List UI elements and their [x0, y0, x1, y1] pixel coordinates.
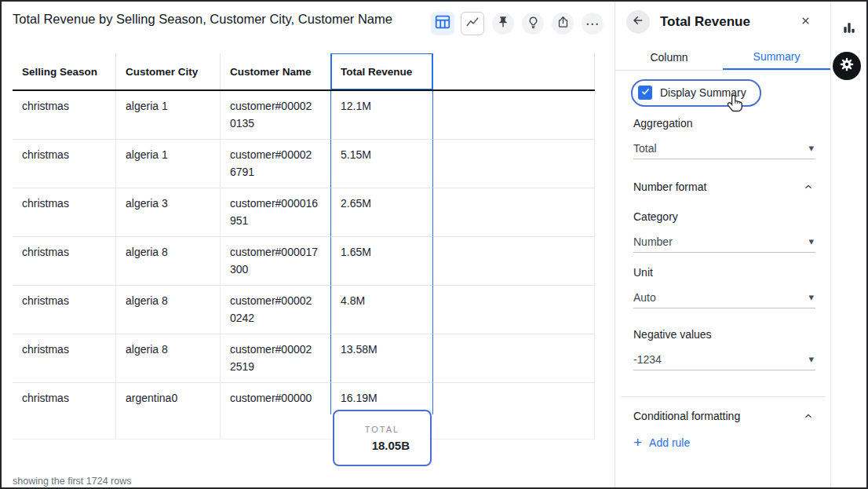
column-header-customer-city[interactable]: Customer City: [116, 53, 221, 89]
share-icon: [556, 16, 570, 32]
table-cell-empty: [433, 383, 595, 414]
panel-tabs: Column Summary: [615, 44, 830, 71]
number-format-section[interactable]: Number format: [633, 180, 815, 194]
table-cell[interactable]: customer#00002 0242: [221, 286, 331, 334]
caret-down-icon: ▾: [808, 142, 814, 154]
more-options-button[interactable]: ⋯: [582, 13, 604, 35]
summary-total-box: TOTAL 18.05B: [333, 410, 432, 466]
back-button[interactable]: [626, 10, 650, 34]
table-cell[interactable]: christmas: [13, 140, 116, 188]
aggregation-value: Total: [633, 142, 657, 155]
column-header-empty: [433, 53, 595, 89]
table-cell[interactable]: algeria 8: [116, 286, 221, 334]
table-cell[interactable]: customer#000017 300: [221, 237, 331, 286]
add-rule-button[interactable]: + Add rule: [633, 435, 690, 450]
category-dropdown[interactable]: Number ▾: [633, 231, 815, 253]
table-cell-empty: [433, 188, 595, 237]
negative-values-value: -1234: [633, 353, 662, 366]
chevron-up-icon[interactable]: [801, 409, 815, 423]
summary-total-value: 18.05B: [372, 439, 410, 452]
column-header-total-revenue[interactable]: Total Revenue: [331, 53, 433, 89]
table-cell-empty: [433, 237, 595, 286]
table-view-icon: [434, 13, 451, 34]
settings-gear-button[interactable]: [833, 52, 861, 80]
table-row: christmas argentina0 customer#00000 16.1…: [13, 383, 595, 414]
plus-icon: +: [633, 435, 642, 450]
table-cell[interactable]: 1.65M: [331, 237, 433, 286]
table-cell[interactable]: algeria 8: [116, 334, 221, 383]
column-header-customer-name[interactable]: Customer Name: [221, 53, 331, 89]
hand-cursor-icon: [726, 92, 747, 116]
table-cell[interactable]: 2.65M: [331, 188, 433, 237]
unit-dropdown[interactable]: Auto ▾: [633, 286, 815, 308]
aggregation-label: Aggregation: [633, 117, 693, 130]
panel-title: Total Revenue: [660, 14, 750, 30]
table-cell[interactable]: 5.15M: [331, 140, 433, 188]
column-header-selling-season[interactable]: Selling Season: [13, 53, 116, 89]
table-row: christmas algeria 1 customer#00002 6791 …: [13, 140, 595, 188]
table-cell-empty: [13, 414, 116, 440]
caret-down-icon: ▾: [808, 235, 814, 247]
results-table: Selling Season Customer City Customer Na…: [13, 53, 595, 440]
line-chart-icon: [465, 15, 480, 32]
table-row: christmas algeria 3 customer#000016 951 …: [13, 188, 595, 237]
pin-button[interactable]: [492, 13, 514, 35]
caret-down-icon: ▾: [808, 353, 814, 365]
chevron-up-icon[interactable]: [801, 180, 815, 194]
table-cell[interactable]: christmas: [13, 383, 116, 414]
table-cell[interactable]: christmas: [13, 237, 116, 286]
column-config-panel: Total Revenue Column Summary Display Sum…: [615, 0, 830, 489]
table-cell[interactable]: customer#00002 6791: [221, 140, 331, 188]
checkmark-icon: [640, 86, 651, 100]
negative-values-label: Negative values: [633, 328, 712, 341]
bar-chart-icon: [841, 20, 857, 38]
table-cell[interactable]: christmas: [13, 188, 116, 237]
category-label: Category: [633, 210, 678, 223]
table-cell[interactable]: 4.8M: [331, 286, 433, 334]
arrow-left-icon: [631, 13, 645, 31]
share-button[interactable]: [552, 13, 574, 35]
table-cell[interactable]: customer#00002 2519: [221, 334, 331, 383]
table-view-button[interactable]: [431, 12, 454, 35]
table-cell[interactable]: algeria 1: [116, 140, 221, 188]
table-cell-empty: [433, 286, 595, 334]
table-cell[interactable]: algeria 1: [116, 91, 221, 140]
table-cell[interactable]: argentina0: [116, 383, 221, 414]
display-summary-checkbox[interactable]: [638, 86, 652, 100]
table-cell-empty: [433, 91, 595, 140]
unit-value: Auto: [633, 291, 656, 304]
table-cell-empty: [221, 414, 331, 440]
table-cell[interactable]: algeria 3: [116, 188, 221, 237]
table-cell[interactable]: customer#000016 951: [221, 188, 331, 237]
table-cell[interactable]: algeria 8: [116, 237, 221, 286]
chart-panel-button[interactable]: [839, 19, 859, 39]
number-format-header: Number format: [633, 181, 706, 193]
add-rule-label: Add rule: [649, 436, 690, 449]
conditional-formatting-header: Conditional formatting: [633, 410, 740, 422]
table-cell[interactable]: customer#00002 0135: [221, 91, 331, 140]
table-row: christmas algeria 1 customer#00002 0135 …: [13, 91, 595, 140]
unit-label: Unit: [633, 266, 653, 279]
gear-icon: [839, 57, 855, 75]
table-cell[interactable]: 13.58M: [331, 334, 433, 383]
tab-column[interactable]: Column: [615, 44, 723, 70]
chart-view-button[interactable]: [461, 12, 484, 35]
insight-button[interactable]: [522, 13, 544, 35]
close-panel-button[interactable]: [797, 14, 813, 30]
table-header-row: Selling Season Customer City Customer Na…: [13, 53, 595, 91]
conditional-formatting-section[interactable]: Conditional formatting: [633, 409, 815, 423]
negative-values-dropdown[interactable]: -1234 ▾: [633, 349, 815, 370]
table-cell[interactable]: customer#00000: [221, 383, 331, 414]
table-row: christmas algeria 8 customer#00002 0242 …: [13, 286, 595, 334]
table-cell[interactable]: christmas: [13, 91, 116, 140]
table-cell[interactable]: christmas: [13, 286, 116, 334]
table-cell[interactable]: christmas: [13, 334, 116, 383]
table-cell-empty: [433, 334, 595, 383]
table-cell[interactable]: 12.1M: [331, 91, 433, 140]
aggregation-dropdown[interactable]: Total ▾: [633, 137, 815, 159]
table-row: christmas algeria 8 customer#000017 300 …: [13, 237, 595, 286]
table-cell-empty: [433, 414, 595, 440]
tab-summary[interactable]: Summary: [723, 44, 830, 70]
close-icon: [800, 15, 811, 30]
lightbulb-icon: [527, 16, 540, 32]
